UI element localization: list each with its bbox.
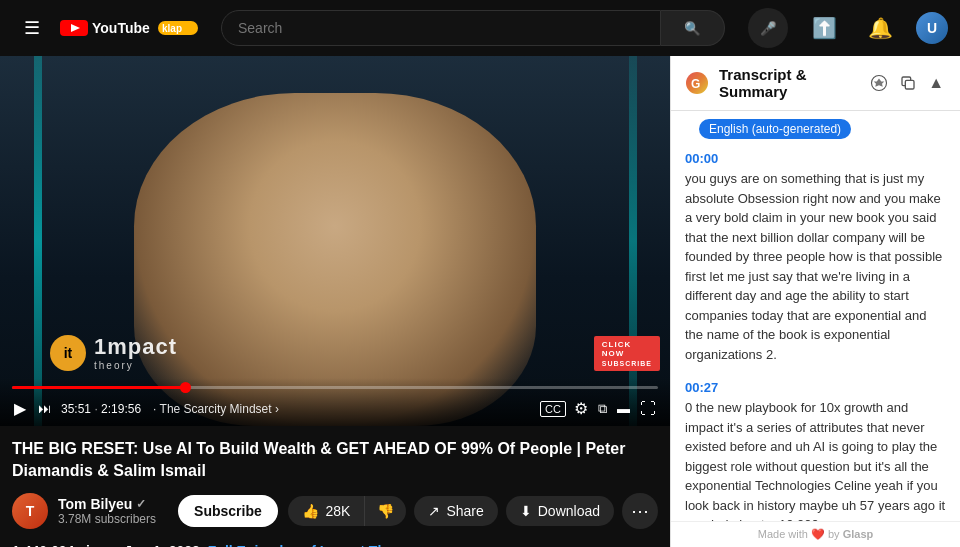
transcript-entry: 00:00 you guys are on something that is … (685, 151, 946, 364)
account-avatar[interactable]: U (916, 12, 948, 44)
search-bar-container (221, 10, 661, 46)
mic-icon: 🎤 (760, 21, 777, 36)
hamburger-menu-button[interactable]: ☰ (12, 8, 52, 48)
chapter-info: · The Scarcity Mindset › (153, 402, 279, 416)
view-count: 1,440,694 views (12, 543, 116, 547)
video-description: 1,440,694 views Jun 1, 2023 Full Episode… (0, 537, 670, 547)
glasp-logo-icon: G (685, 71, 709, 95)
youtube-logo[interactable]: YouTube (60, 18, 150, 38)
controls-row: ▶ ⏭ 35:51 · 2:19:56 · The Scarcity Minds… (12, 397, 658, 420)
copy-transcript-button[interactable] (898, 73, 918, 93)
controls-right: CC ⚙ ⧉ ▬ ⛶ (540, 397, 658, 420)
transcript-header: G Transcript & Summary (671, 56, 960, 111)
subscriber-count: 3.78M subscribers (58, 512, 156, 526)
svg-text:YouTube: YouTube (92, 20, 150, 36)
it-subtext: theory (94, 360, 177, 371)
transcript-entry: 00:27 0 the new playbook for 10x growth … (685, 380, 946, 521)
upload-button[interactable]: ⬆️ (804, 8, 844, 48)
timestamp-link[interactable]: 00:27 (685, 380, 946, 395)
openai-button[interactable] (868, 72, 890, 94)
it-text: 1mpact (94, 334, 177, 359)
subtitles-button[interactable]: CC (540, 401, 566, 417)
cyan-accent-left (34, 56, 42, 426)
transcript-header-icons: ▲ (868, 72, 946, 94)
transcript-body: 00:00 you guys are on something that is … (671, 151, 960, 521)
bell-icon: 🔔 (868, 16, 893, 40)
top-navigation: ☰ YouTube klap 🔍 🎤 ⬆️ 🔔 (0, 0, 960, 56)
channel-name: Tom Bilyeu ✓ (58, 496, 156, 512)
play-button[interactable]: ▶ (12, 397, 28, 420)
timestamp-link[interactable]: 00:00 (685, 151, 946, 166)
svg-text:klap: klap (162, 23, 182, 34)
miniplayer-button[interactable]: ⧉ (596, 399, 609, 419)
search-icon: 🔍 (684, 21, 701, 36)
nav-left: ☰ YouTube klap (12, 8, 198, 48)
nav-right: 🎤 ⬆️ 🔔 U (748, 8, 948, 48)
like-button[interactable]: 👍 28K (288, 496, 365, 526)
channel-avatar[interactable]: T (12, 493, 48, 529)
secondary-logo: klap (158, 18, 198, 38)
transcript-text: 0 the new playbook for 10x growth and im… (685, 400, 945, 521)
copy-icon (900, 75, 916, 91)
search-button[interactable]: 🔍 (661, 10, 725, 46)
playlist-link[interactable]: Full Episodes of Impact Theory (208, 543, 416, 547)
thumbdown-icon: 👎 (377, 503, 394, 519)
transcript-title: Transcript & Summary (719, 66, 858, 100)
verified-icon: ✓ (136, 497, 146, 511)
theater-button[interactable]: ▬ (615, 399, 632, 418)
video-player: it 1mpact theory CLICK NOW SUBSCRIBE (0, 56, 670, 426)
like-dislike-group: 👍 28K 👎 (288, 496, 406, 526)
current-time: 35:51 · 2:19:56 (61, 402, 141, 416)
channel-row: T Tom Bilyeu ✓ 3.78M subscribers Subscri… (12, 493, 658, 529)
notifications-button[interactable]: 🔔 (860, 8, 900, 48)
collapse-panel-button[interactable]: ▲ (926, 72, 946, 94)
video-info: THE BIG RESET: Use AI To Build Wealth & … (0, 426, 670, 537)
upload-icon: ⬆️ (812, 16, 837, 40)
search-area: 🔍 (206, 10, 740, 46)
share-button[interactable]: ↗ Share (414, 496, 497, 526)
download-button[interactable]: ⬇ Download (506, 496, 614, 526)
download-icon: ⬇ (520, 503, 532, 519)
video-title: THE BIG RESET: Use AI To Build Wealth & … (12, 438, 658, 483)
transcript-text: you guys are on something that is just m… (685, 171, 942, 362)
progress-bar[interactable] (12, 386, 658, 389)
dislike-button[interactable]: 👎 (365, 496, 406, 526)
glasp-footer: Made with ❤️ by Glasp (671, 521, 960, 547)
click-now-badge[interactable]: CLICK NOW SUBSCRIBE (594, 336, 660, 371)
action-row: 👍 28K 👎 ↗ Share ⬇ Download (288, 493, 658, 529)
voice-search-button[interactable]: 🎤 (748, 8, 788, 48)
it-icon: it (50, 335, 86, 371)
openai-icon (870, 74, 888, 92)
more-icon: ⋯ (631, 500, 649, 522)
youtube-logo-svg: YouTube (60, 18, 150, 38)
person-silhouette (134, 93, 536, 426)
progress-dot (180, 382, 191, 393)
upload-date: Jun 1, 2023 (124, 543, 200, 547)
fullscreen-button[interactable]: ⛶ (638, 398, 658, 420)
lang-badge-container: English (auto-generated) (671, 111, 960, 151)
impact-theory-logo: it 1mpact theory (50, 334, 177, 371)
search-input[interactable] (238, 20, 644, 36)
transcript-panel: G Transcript & Summary (670, 56, 960, 547)
video-section: it 1mpact theory CLICK NOW SUBSCRIBE (0, 56, 670, 547)
next-button[interactable]: ⏭ (36, 399, 53, 418)
progress-fill (12, 386, 186, 389)
video-stats: 1,440,694 views Jun 1, 2023 Full Episode… (12, 543, 658, 547)
language-badge: English (auto-generated) (699, 119, 851, 139)
main-content: it 1mpact theory CLICK NOW SUBSCRIBE (0, 56, 960, 547)
share-icon: ↗ (428, 503, 440, 519)
thumbup-icon: 👍 (302, 503, 319, 519)
svg-rect-8 (905, 80, 914, 89)
video-thumbnail: it 1mpact theory CLICK NOW SUBSCRIBE (0, 56, 670, 426)
subscribe-button[interactable]: Subscribe (178, 495, 278, 527)
settings-button[interactable]: ⚙ (572, 397, 590, 420)
channel-info: Tom Bilyeu ✓ 3.78M subscribers (58, 496, 156, 526)
collapse-icon: ▲ (928, 74, 944, 92)
more-options-button[interactable]: ⋯ (622, 493, 658, 529)
svg-text:G: G (691, 77, 700, 91)
video-controls: ▶ ⏭ 35:51 · 2:19:56 · The Scarcity Minds… (0, 378, 670, 426)
